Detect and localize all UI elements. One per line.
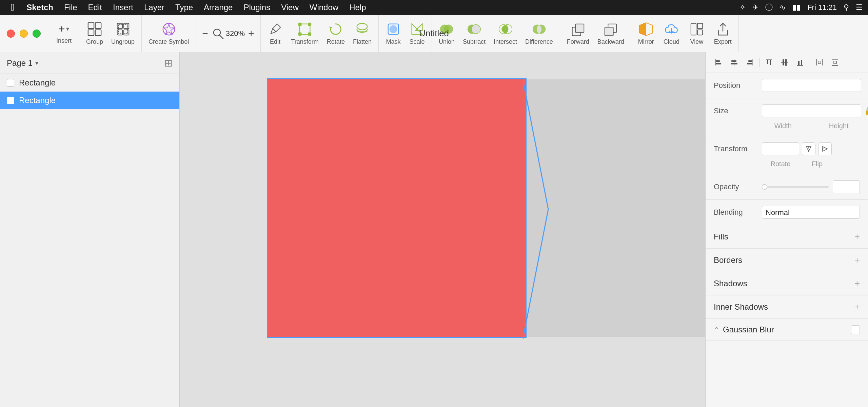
edit-button[interactable]: Edit xyxy=(264,19,287,47)
apple-menu[interactable]:  xyxy=(5,1,20,14)
fills-section[interactable]: Fills + xyxy=(706,225,868,249)
layer-item-1[interactable]: Rectangle xyxy=(0,74,179,92)
rotate-label: Rotate xyxy=(762,160,799,168)
gaussian-blur-checkbox[interactable] xyxy=(851,325,860,334)
mask-button[interactable]: Mask xyxy=(382,19,405,47)
transform-section: Transform xyxy=(706,136,868,174)
transform-button[interactable]: Transform xyxy=(288,19,322,47)
align-top-button[interactable] xyxy=(762,56,776,69)
zoom-in-button[interactable]: + xyxy=(246,26,256,41)
layer-visibility-2[interactable] xyxy=(7,97,14,104)
opacity-thumb[interactable] xyxy=(762,184,767,190)
menu-layer[interactable]: Layer xyxy=(139,1,170,14)
insert-button[interactable]: + ▾ Insert xyxy=(52,21,76,46)
mask-label: Mask xyxy=(386,38,400,45)
menu-help[interactable]: Help xyxy=(344,1,371,14)
menu-arrange[interactable]: Arrange xyxy=(198,1,238,14)
svg-rect-5 xyxy=(123,23,129,28)
page-selector[interactable]: Page 1 ▾ xyxy=(7,58,38,68)
zoom-out-button[interactable]: − xyxy=(200,26,210,41)
position-x-input[interactable] xyxy=(762,79,861,92)
size-labels-row: Width Height xyxy=(714,122,860,130)
export-button[interactable]: Export xyxy=(711,19,735,47)
menu-type[interactable]: Type xyxy=(170,1,198,14)
blending-select[interactable]: Normal Darken Multiply Screen Overlay xyxy=(762,206,860,219)
opacity-input[interactable] xyxy=(833,180,860,193)
layer-visibility-1[interactable] xyxy=(7,79,14,86)
flip-horizontal-button[interactable] xyxy=(802,142,815,155)
rotate-icon xyxy=(328,21,343,37)
flatten-button[interactable]: Flatten xyxy=(350,19,375,47)
maximize-button[interactable] xyxy=(33,30,41,38)
dropbox-icon[interactable]: ✧ xyxy=(739,3,746,12)
list-icon[interactable]: ☰ xyxy=(856,3,863,12)
group-button[interactable]: Group xyxy=(83,19,106,47)
gaussian-blur-title: Gaussian Blur xyxy=(723,325,774,334)
canvas[interactable] xyxy=(180,52,705,407)
size-input-group: 🔒 xyxy=(762,104,868,117)
cloud-button[interactable]: Cloud xyxy=(660,19,683,47)
ungroup-button[interactable]: Ungroup xyxy=(108,19,138,47)
mirror-icon xyxy=(638,21,654,37)
flip-vertical-button[interactable] xyxy=(818,142,832,155)
borders-section[interactable]: Borders + xyxy=(706,249,868,272)
forward-button[interactable]: Forward xyxy=(564,19,593,47)
zoom-level-display[interactable]: 320% xyxy=(226,29,245,38)
distribute-v-button[interactable] xyxy=(828,56,843,69)
subtract-button[interactable]: Subtract xyxy=(459,19,489,47)
align-divider-1 xyxy=(759,58,760,67)
battery-icon[interactable]: ▮▮ xyxy=(792,3,801,12)
rotate-button[interactable]: Rotate xyxy=(323,19,348,47)
align-left-icon xyxy=(714,58,723,67)
difference-button[interactable]: Difference xyxy=(522,19,556,47)
svg-line-11 xyxy=(219,35,223,39)
svg-rect-45 xyxy=(734,59,734,66)
gaussian-stepper-icon[interactable]: ⌃ xyxy=(714,326,719,334)
sketch-icon[interactable]: ✈ xyxy=(752,3,758,12)
distribute-h-button[interactable] xyxy=(812,56,827,69)
align-center-h-button[interactable] xyxy=(727,56,742,69)
rectangle-red[interactable] xyxy=(268,79,526,337)
view-button[interactable]: View xyxy=(686,19,708,47)
opacity-row: Opacity xyxy=(714,180,860,193)
shape-container xyxy=(268,79,705,337)
inner-shadows-section[interactable]: Inner Shadows + xyxy=(706,295,868,319)
layer-item-2[interactable]: Rectangle xyxy=(0,92,179,109)
backward-button[interactable]: Backward xyxy=(594,19,628,47)
align-bottom-button[interactable] xyxy=(793,56,808,69)
menu-window[interactable]: Window xyxy=(304,1,344,14)
width-input[interactable] xyxy=(762,104,861,117)
menu-view[interactable]: View xyxy=(276,1,304,14)
shadows-section[interactable]: Shadows + xyxy=(706,272,868,295)
opacity-slider[interactable] xyxy=(762,186,829,188)
add-page-button[interactable]: ⊞ xyxy=(164,57,173,69)
info-icon[interactable]: ⓘ xyxy=(765,2,773,13)
align-left-button[interactable] xyxy=(711,56,726,69)
svg-rect-6 xyxy=(117,30,122,35)
menu-plugins[interactable]: Plugins xyxy=(238,1,276,14)
menu-edit[interactable]: Edit xyxy=(83,1,107,14)
minimize-button[interactable] xyxy=(20,30,28,38)
svg-marker-38 xyxy=(646,23,652,36)
borders-add-button[interactable]: + xyxy=(854,255,860,266)
intersect-button[interactable]: Intersect xyxy=(490,19,520,47)
mirror-button[interactable]: Mirror xyxy=(635,19,657,47)
wifi-icon[interactable]: ∿ xyxy=(780,3,786,12)
shadows-add-button[interactable]: + xyxy=(854,278,860,289)
search-icon[interactable]: ⚲ xyxy=(844,3,849,12)
align-center-v-button[interactable] xyxy=(777,56,792,69)
align-right-button[interactable] xyxy=(742,56,757,69)
menu-file[interactable]: File xyxy=(59,1,83,14)
menu-insert[interactable]: Insert xyxy=(107,1,139,14)
canvas-content xyxy=(268,79,705,337)
inner-shadows-add-button[interactable]: + xyxy=(854,302,860,312)
forward-label: Forward xyxy=(567,38,589,45)
svg-rect-16 xyxy=(308,33,312,36)
fills-add-button[interactable]: + xyxy=(854,231,860,242)
lock-icon[interactable]: 🔒 xyxy=(864,106,868,115)
menu-sketch[interactable]: Sketch xyxy=(21,1,59,14)
subtract-label: Subtract xyxy=(463,38,486,45)
rotate-input[interactable] xyxy=(762,142,799,155)
close-button[interactable] xyxy=(7,30,15,38)
create-symbol-button[interactable]: Create Symbol xyxy=(145,19,192,47)
